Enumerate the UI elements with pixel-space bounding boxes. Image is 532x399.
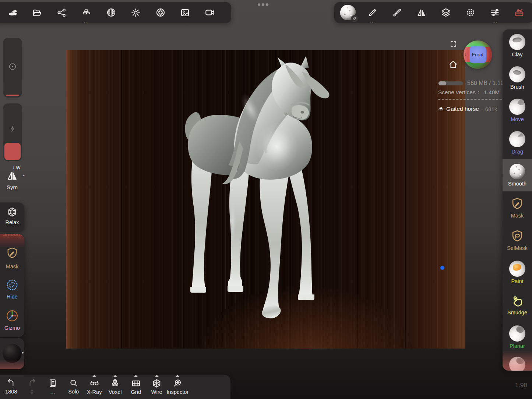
settings-button[interactable]	[458, 2, 483, 23]
expand-caret-icon[interactable]	[92, 375, 96, 377]
layers-button[interactable]	[434, 2, 458, 23]
lighting-button[interactable]	[123, 2, 148, 23]
front-face-label: Front	[472, 52, 484, 57]
relax-button[interactable]: Relax	[0, 202, 24, 232]
tool-paint[interactable]: Paint	[503, 256, 532, 289]
material-expand-arrow[interactable]: ▸	[22, 350, 24, 354]
expand-caret-icon[interactable]	[134, 375, 138, 377]
mask-shield-icon	[6, 247, 19, 260]
intensity-slider-fill	[4, 143, 21, 160]
voxel-label: Voxel	[109, 389, 121, 395]
expand-caret-icon[interactable]	[113, 375, 117, 377]
tool-mask[interactable]: Mask	[503, 191, 532, 224]
memory-usage-fill	[438, 81, 446, 85]
mirror-icon	[416, 8, 426, 18]
pencil-icon	[367, 8, 377, 18]
grid-icon	[131, 378, 141, 388]
solo-button[interactable]: Solo	[63, 375, 84, 399]
voxel-button[interactable]: Voxel	[105, 375, 126, 399]
gear-icon	[352, 16, 357, 21]
material-button[interactable]: …	[74, 2, 99, 23]
tool-label: Drag	[511, 149, 523, 155]
undo-arrow-icon	[6, 378, 16, 388]
material-more-dots: …	[74, 20, 99, 23]
image-icon	[180, 8, 190, 18]
app-menu-button[interactable]	[0, 2, 25, 23]
history-more-dots: …	[50, 389, 56, 395]
sliders-icon	[490, 7, 500, 18]
matcap-sphere-icon	[106, 7, 116, 18]
inspector-button[interactable]: Inspector	[167, 375, 188, 399]
video-camera-icon	[205, 7, 215, 18]
home-view-button[interactable]	[448, 60, 458, 69]
symmetry-toggle[interactable]: L/W ▸ Sym	[0, 166, 24, 193]
intensity-slider[interactable]	[3, 103, 22, 161]
handle-dot	[262, 3, 264, 6]
radius-slider-fill	[6, 95, 19, 96]
scene-vertices-row: Scene vertices：1.40M	[438, 89, 500, 96]
horse-model[interactable]	[66, 50, 465, 349]
aperture-icon	[155, 7, 166, 18]
redo-button[interactable]: 0	[22, 375, 43, 399]
active-brush-button[interactable]	[336, 2, 360, 23]
active-brush-stone-icon	[340, 5, 356, 20]
handle-dot	[258, 3, 260, 6]
history-button[interactable]: …	[42, 375, 63, 399]
mask-quick-button[interactable]	[0, 247, 24, 260]
undo-button[interactable]: 1808	[1, 375, 22, 399]
tool-label: Mask	[511, 213, 524, 219]
material-color-well[interactable]: ▸	[0, 338, 24, 369]
toolbox-button[interactable]	[507, 2, 532, 23]
tool-planar[interactable]: Planar	[503, 321, 532, 353]
tool-drag[interactable]: Drag	[503, 127, 532, 159]
symmetry-expand-arrow[interactable]: ▸	[23, 173, 25, 177]
fullscreen-icon	[450, 40, 457, 47]
scene-object-row[interactable]: Gaited horse · 681k	[438, 106, 497, 112]
symmetry-mode-label: L/W	[13, 166, 20, 170]
postprocess-button[interactable]	[148, 2, 173, 23]
inspector-eye-icon	[173, 378, 183, 388]
grid-button[interactable]: Grid	[126, 375, 147, 399]
expand-caret-icon[interactable]	[155, 375, 159, 377]
sliders-more-dots: …	[483, 20, 507, 23]
symmetry-button[interactable]	[409, 2, 434, 23]
wireframe-icon	[152, 378, 162, 388]
files-button[interactable]	[25, 2, 49, 23]
hide-quick-button[interactable]	[0, 278, 24, 292]
front-face-button[interactable]: Front	[469, 46, 486, 63]
tool-smooth-selected[interactable]: Smooth	[503, 159, 532, 191]
tool-smudge[interactable]: Smudge	[503, 289, 532, 321]
bottom-toolbar: 1808 0 … Solo X-Ray	[0, 375, 230, 399]
painting-button[interactable]	[385, 2, 409, 23]
xray-button[interactable]: X-Ray	[84, 375, 105, 399]
voxel-cubes-icon	[110, 378, 120, 388]
sculpt-viewport[interactable]	[66, 50, 465, 349]
intensity-bolt-icon	[8, 125, 17, 133]
object-bullet: ·	[481, 106, 483, 112]
tool-brush[interactable]: Brush	[503, 62, 532, 94]
background-button[interactable]	[173, 2, 197, 23]
fullscreen-button[interactable]	[450, 40, 457, 47]
interface-sliders-button[interactable]: …	[483, 2, 507, 23]
stroke-pencil-button[interactable]: …	[360, 2, 385, 23]
paint-tool-icon	[509, 261, 525, 277]
tool-label: Paint	[511, 279, 523, 284]
gizmo-quick-button[interactable]	[0, 309, 24, 322]
scene-graph-button[interactable]	[49, 2, 74, 23]
view-navigation-gizmo[interactable]: t Front	[464, 40, 492, 69]
tool-label: Brush	[510, 84, 524, 90]
expand-caret-icon[interactable]	[176, 375, 179, 377]
wire-button[interactable]: Wire	[147, 375, 168, 399]
tool-clay[interactable]: Clay	[503, 29, 532, 62]
redo-count: 0	[31, 389, 34, 395]
tool-move[interactable]: Move	[503, 94, 532, 127]
brush-settings-badge[interactable]	[351, 15, 358, 22]
tool-label: Smooth	[508, 181, 526, 187]
camera-button[interactable]	[197, 2, 222, 23]
tool-selmask[interactable]: SelMask	[503, 224, 532, 256]
scene-list-divider	[438, 99, 502, 100]
material-ingots-icon	[81, 8, 91, 18]
smudge-finger-icon	[508, 292, 527, 311]
radius-slider[interactable]	[3, 38, 22, 98]
matcap-button[interactable]	[99, 2, 123, 23]
